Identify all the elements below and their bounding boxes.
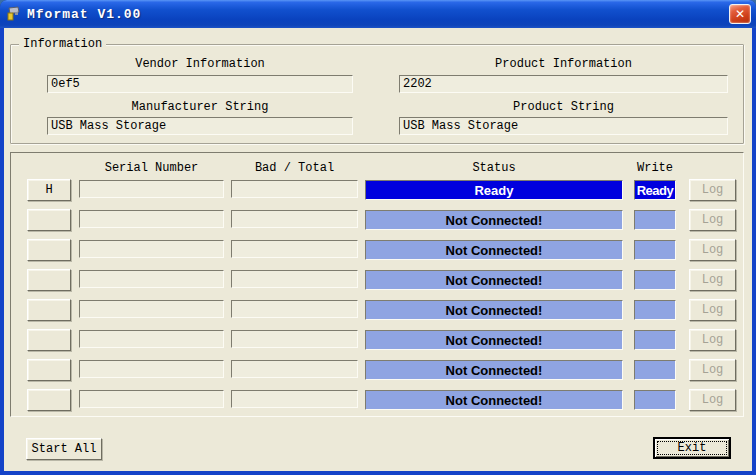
log-button[interactable]: Log [689,209,736,231]
write-header: Write [634,161,676,175]
bad-total-field [231,360,358,378]
write-indicator [634,210,676,230]
write-indicator [634,240,676,260]
vendor-information-field[interactable]: 0ef5 [47,75,353,93]
status-bar: Not Connected! [365,390,623,410]
manufacturer-string-field[interactable]: USB Mass Storage [47,117,353,135]
row-select-button[interactable] [27,329,71,351]
exit-button[interactable]: Exit [653,437,731,459]
device-table-panel: Serial Number Bad / Total Status Write H… [10,152,744,417]
log-button[interactable]: Log [689,239,736,261]
log-button[interactable]: Log [689,299,736,321]
serial-number-field [79,210,224,228]
manufacturer-string-label: Manufacturer String [47,100,353,114]
bad-total-header: Bad / Total [231,161,358,175]
serial-number-field [79,330,224,348]
bad-total-field [231,240,358,258]
serial-number-field [79,360,224,378]
bad-total-field [231,300,358,318]
status-bar: Not Connected! [365,330,623,350]
bad-total-field [231,390,358,408]
close-button[interactable]: ✕ [729,4,751,24]
table-row: Not Connected! Log [11,389,743,413]
write-indicator [634,330,676,350]
status-bar: Not Connected! [365,300,623,320]
row-select-button[interactable] [27,209,71,231]
table-row: Not Connected! Log [11,239,743,263]
log-button[interactable]: Log [689,269,736,291]
serial-number-field [79,180,224,198]
product-information-label: Product Information [399,57,728,71]
vendor-information-label: Vendor Information [47,57,353,71]
log-button[interactable]: Log [689,329,736,351]
serial-number-header: Serial Number [79,161,224,175]
write-indicator [634,270,676,290]
write-indicator [634,300,676,320]
write-indicator [634,360,676,380]
status-bar: Not Connected! [365,240,623,260]
serial-number-field [79,300,224,318]
bad-total-field [231,210,358,228]
row-select-button[interactable] [27,389,71,411]
row-select-button[interactable] [27,239,71,261]
row-select-button[interactable]: H [27,179,71,201]
table-row: Not Connected! Log [11,329,743,353]
serial-number-field [79,270,224,288]
write-indicator [634,390,676,410]
product-information-field[interactable]: 2202 [399,75,728,93]
table-row: Not Connected! Log [11,359,743,383]
serial-number-field [79,240,224,258]
status-bar: Not Connected! [365,210,623,230]
row-select-button[interactable] [27,269,71,291]
row-select-button[interactable] [27,299,71,321]
status-bar: Not Connected! [365,270,623,290]
product-string-label: Product String [399,100,728,114]
serial-number-field [79,390,224,408]
table-row: Not Connected! Log [11,209,743,233]
bad-total-field [231,180,358,198]
status-header: Status [365,161,623,175]
log-button[interactable]: Log [689,179,736,201]
window-title: Mformat V1.00 [27,7,141,22]
log-button[interactable]: Log [689,359,736,381]
start-all-button[interactable]: Start All [26,438,102,460]
information-group-label: Information [19,37,106,51]
write-indicator: Ready [634,180,676,200]
close-icon: ✕ [735,7,745,21]
status-bar: Ready [365,180,623,200]
app-icon [6,6,22,22]
titlebar: Mformat V1.00 ✕ [0,0,756,28]
mformat-window: Mformat V1.00 ✕ Information Vendor Infor… [0,0,756,475]
table-row: H Ready Ready Log [11,179,743,203]
information-groupbox: Information Vendor Information Product I… [10,44,744,144]
product-string-field[interactable]: USB Mass Storage [399,117,728,135]
exit-button-label: Exit [678,441,707,455]
client-area: Information Vendor Information Product I… [4,28,752,471]
bad-total-field [231,270,358,288]
row-select-button[interactable] [27,359,71,381]
status-bar: Not Connected! [365,360,623,380]
bad-total-field [231,330,358,348]
table-row: Not Connected! Log [11,299,743,323]
log-button[interactable]: Log [689,389,736,411]
table-row: Not Connected! Log [11,269,743,293]
